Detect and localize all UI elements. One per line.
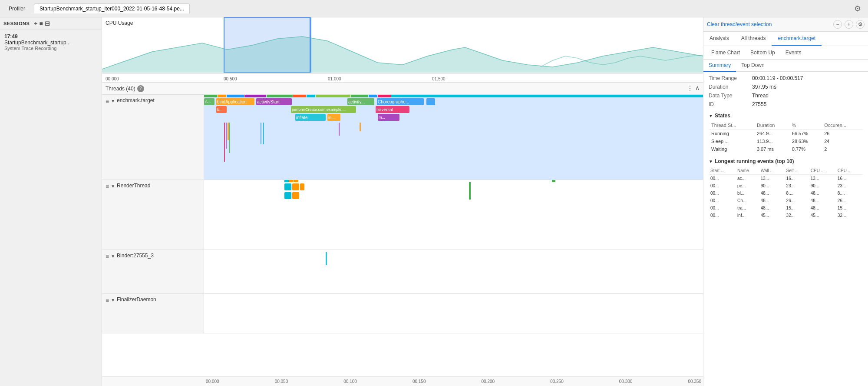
right-sub-tabs: Flame Chart Bottom Up Events [703,46,868,60]
subtab-flame-chart[interactable]: Flame Chart [707,48,744,57]
evt-cpu1-1: 13... [809,175,836,183]
expand-arrow-render[interactable]: ▼ [111,184,115,189]
events-section-header[interactable]: ▼ Longest running events (top 10) [709,158,863,164]
states-arrow-icon: ▼ [709,113,713,118]
tab-all-threads[interactable]: All threads [735,32,772,46]
evt-row-5[interactable]: 00... tra... 48... 15... 48... 15... [709,204,863,212]
session-item[interactable]: 17:49 StartupBenchmark_startup... System… [0,30,102,54]
ruler-marks: 00.000 00.050 00.100 00.150 00.200 00.25… [204,379,703,384]
data-type-value: Thread [752,93,769,99]
clear-selection-button[interactable]: Clear thread/event selection [707,21,772,27]
evt-start-5: 00... [709,204,736,212]
evt-name-1: ac... [736,175,759,183]
tab-analysis[interactable]: Analysis [703,32,735,46]
evt-wall-6: 45... [759,212,785,219]
states-title: States [715,113,730,119]
state-percent-waiting: 0.77% [789,145,822,153]
bottom-ruler: 00.000 00.050 00.100 00.150 00.200 00.25… [102,376,703,386]
threads-panel[interactable]: ≡ ▼ enchmark.target [102,95,703,376]
threads-help-icon[interactable]: ? [137,85,144,92]
thread-content-empty[interactable] [204,294,703,333]
evt-col-start: Start ... [709,167,736,175]
info-data-type: Data Type Thread [709,93,863,99]
thread-label-enchmark[interactable]: ≡ ▼ enchmark.target [102,95,204,180]
sessions-header: SESSIONS + ■ ⊟ [0,17,102,30]
zoom-out-button[interactable]: − [833,20,842,29]
expand-arrow-empty[interactable]: ▼ [111,298,115,303]
stop-icon[interactable]: ■ [39,20,43,27]
time-range-value: 00:00.119 - 00:00.517 [752,75,803,81]
threads-title: Threads (40) [106,86,135,92]
subtab-bottom-up[interactable]: Bottom Up [746,48,779,57]
state-occurrences-sleeping: 24 [822,137,863,145]
state-occurrences-waiting: 2 [822,145,863,153]
sessions-label: SESSIONS [3,21,30,26]
evt-row-2[interactable]: 00... pe... 90... 23... 90... 23... [709,182,863,190]
events-title: Longest running events (top 10) [715,158,794,164]
evt-row-6[interactable]: 00... inf... 45... 32... 45... 32... [709,212,863,219]
expand-arrow-binder[interactable]: ▼ [111,254,115,259]
threads-header: Threads (40) ? ⋮ ∧ [102,83,703,95]
time-mark-1: 00.500 [224,77,237,81]
add-session-icon[interactable]: + [34,20,37,27]
thread-content-enchmark[interactable]: A... bindApplication activityStart activ… [204,95,703,180]
evt-col-self: Self ... [785,167,809,175]
evt-cpu1-5: 48... [809,204,836,212]
hamburger-icon-render[interactable]: ≡ [106,183,109,190]
expand-arrow-icon[interactable]: ▼ [111,99,115,103]
evt-name-3: bi... [736,190,759,197]
thread-row-empty: ≡ ▼ FinalizerDaemon [102,294,703,333]
state-row-running[interactable]: Running 264.9... 66.57% 26 [709,130,863,138]
hamburger-icon-binder[interactable]: ≡ [106,253,109,260]
app-name[interactable]: Profiler [3,4,30,13]
states-section-header[interactable]: ▼ States [709,113,863,119]
thread-name-empty: FinalizerDaemon [117,296,156,303]
events-table: Start ... Name Wall ... Self ... CPU ...… [709,167,863,219]
subtab-events[interactable]: Events [781,48,806,57]
zoom-in-button[interactable]: + [845,20,853,29]
evt-row-3[interactable]: 00... bi... 48... 8.... 48... 8.... [709,190,863,197]
evt-cpu2-1: 16... [836,175,863,183]
ruler-mark-6: 00.300 [619,379,633,384]
active-tab[interactable]: StartupBenchmark_startup_iter000_2022-01… [34,3,190,13]
thread-row-render: ≡ ▼ RenderThread [102,180,703,250]
thread-content-binder[interactable] [204,250,703,293]
ruler-mark-5: 00.250 [550,379,564,384]
col-occurrences: Occuren... [822,121,863,130]
data-type-label: Data Type [709,93,752,99]
evt-name-5: tra... [736,204,759,212]
evt-cpu2-4: 26... [836,197,863,204]
settings-button[interactable]: ⚙ [856,20,865,29]
thread-label-render[interactable]: ≡ ▼ RenderThread [102,180,204,250]
evt-col-cpu1: CPU ... [809,167,836,175]
hamburger-icon[interactable]: ≡ [106,98,109,104]
col-percent: % [789,121,822,130]
evt-col-cpu2: CPU ... [836,167,863,175]
tab-enchmark-target[interactable]: enchmark.target [772,32,822,46]
evt-col-wall: Wall ... [759,167,785,175]
svg-marker-0 [102,37,703,73]
evt-self-2: 23... [785,182,809,190]
state-row-sleeping[interactable]: Sleepi... 113.9... 28.63% 24 [709,137,863,145]
sectab-summary[interactable]: Summary [703,60,736,72]
thread-content-render[interactable] [204,180,703,250]
threads-collapse-icon[interactable]: ∧ [695,84,700,93]
state-name-waiting: Waiting [709,145,754,153]
hamburger-icon-empty[interactable]: ≡ [106,297,109,303]
threads-menu-icon[interactable]: ⋮ [686,84,693,93]
split-icon[interactable]: ⊟ [45,20,50,27]
evt-row-1[interactable]: 00... ac... 13... 16... 13... 16... [709,175,863,183]
evt-row-4[interactable]: 00... Ch... 48... 26... 48... 26... [709,197,863,204]
gear-icon[interactable]: ⚙ [854,4,861,13]
state-row-waiting[interactable]: Waiting 3.07 ms 0.77% 2 [709,145,863,153]
evt-wall-5: 48... [759,204,785,212]
states-table: Thread St... Duration % Occuren... Runni… [709,121,863,153]
thread-label-binder[interactable]: ≡ ▼ Binder:27555_3 [102,250,204,293]
ruler-mark-0: 00.000 [206,379,219,384]
sectab-top-down[interactable]: Top Down [736,60,769,72]
ruler-mark-2: 00.100 [343,379,357,384]
time-ruler: 00.000 00.500 01.000 01.500 [102,73,703,82]
evt-self-6: 32... [785,212,809,219]
state-name-sleeping: Sleepi... [709,137,754,145]
thread-label-empty[interactable]: ≡ ▼ FinalizerDaemon [102,294,204,333]
